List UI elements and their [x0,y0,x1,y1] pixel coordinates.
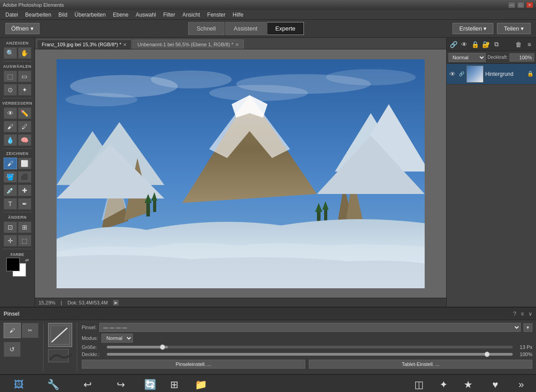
rect-select-tool[interactable]: ▭ [18,70,31,82]
layer-copy-btn[interactable]: ⧉ [492,40,501,49]
menu-datei[interactable]: Datei [2,11,22,19]
erstellen-button[interactable]: Erstellen ▾ [453,23,493,34]
stamp-tool[interactable]: 🖊 [18,121,31,132]
layer-item-background[interactable]: 👁 🔗 Hintergrund 🔒 [447,64,536,84]
magic-select-tool[interactable]: ✦ [18,84,31,96]
pinseleinstell-row: Pinseleinstell. ... Tablet-Einstell. ... [82,360,532,369]
brush-big-btn[interactable] [48,323,72,347]
deckkr-slider[interactable] [107,353,513,356]
bottom-grafiken[interactable]: ★ Grafiken [457,377,481,392]
bottom-wz-optionen[interactable]: 🔧 WZ-Optionen [36,377,70,392]
bottom-ebenen[interactable]: ◫ Ebenen [408,377,430,392]
zoom-tool[interactable]: 🔍 [4,47,17,59]
tab-1-close[interactable]: ✕ [123,42,127,47]
mode-assistent[interactable]: Assistent [225,22,266,35]
brush-help-icon[interactable]: ? [513,311,516,317]
bottom-organizer[interactable]: 📁 Organizer [187,377,214,392]
brush-tool[interactable]: 🖌 [4,158,17,169]
app-title: Adobe Photoshop Elements [3,2,64,8]
eraser-tool[interactable]: ⬜ [18,158,31,169]
blur-tool[interactable]: 💧 [4,134,17,146]
bottom-layout[interactable]: ⊞ Layout [163,377,185,392]
layer-link-btn[interactable]: 🔗 [448,40,458,49]
fill-tool[interactable]: 🪣 [4,171,17,183]
menu-bearbeiten[interactable]: Bearbeiten [22,11,55,19]
menu-auswahl[interactable]: Auswahl [132,11,159,19]
crop-tool[interactable]: ⊡ [4,221,17,233]
minimize-button[interactable]: — [508,2,515,8]
brush-select-row: Pinsel: — — — — ▾ [82,323,532,332]
hand-tool[interactable]: ✋ [18,47,31,59]
groesse-thumb[interactable] [160,344,165,350]
teilen-button[interactable]: Teilen ▾ [497,23,531,34]
marquee-tool[interactable]: ⬚ [4,70,17,82]
mode-schnell[interactable]: Schnell [188,22,224,35]
eyedrop-tool[interactable]: 💉 [4,185,17,196]
brush-selector-area [48,323,72,371]
bottom-fotobereich[interactable]: 🖼 Fotobereich [4,377,35,392]
blend-mode-select[interactable]: Normal [448,53,486,62]
menu-bild[interactable]: Bild [55,11,71,19]
layer-lock2-btn[interactable]: 🔐 [481,40,491,49]
layer-eye-btn[interactable]: 👁 [459,40,469,49]
opacity-input[interactable]: 100% [510,53,534,62]
deckkr-thumb[interactable] [484,352,490,357]
perspective-tool[interactable]: ⬚ [18,235,31,247]
tab-2[interactable]: Unbenannt-1 bei 56,5% (Ebene 1, RGB/8) *… [132,40,243,49]
text2-tool[interactable]: ✒ [18,198,31,210]
offnen-button[interactable]: Öffnen ▾ [5,23,40,34]
status-arrow[interactable]: ▶ [113,300,119,305]
heal-tool[interactable]: ✚ [18,185,31,196]
rect-tool[interactable]: ⬛ [18,171,31,183]
canvas-area: Franz_109.jpg bei 15,3% (RGB/8*) * ✕ Unb… [35,38,446,307]
bottom-mehr[interactable]: » Mehr [510,377,532,392]
move-tool[interactable]: ✛ [4,235,17,247]
brush-name-select[interactable]: — — — — [99,323,521,332]
tab-1[interactable]: Franz_109.jpg bei 15,3% (RGB/8*) * ✕ [37,40,132,49]
layer-lock-btn[interactable]: 🔒 [470,40,480,49]
brush-preset-2[interactable]: ✂ [22,323,39,338]
zeichnen-tools-3: 💉 ✚ [0,184,35,197]
maximize-button[interactable]: □ [517,2,524,8]
mode-experte[interactable]: Experte [267,22,304,35]
menu-hilfe[interactable]: Hilfe [229,11,247,19]
layers-controls: Normal Deckkraft: 100% [447,51,536,64]
menu-ueberarbeiten[interactable]: Überarbeiten [71,11,109,19]
wz-optionen-icon: 🔧 [47,379,59,391]
modus-select[interactable]: Normal [101,334,133,343]
pinseleinstell-btn[interactable]: Pinseleinstell. ... [82,360,305,369]
lasso-tool[interactable]: ⊙ [4,84,17,96]
swap-colors-icon[interactable]: ⇄ [25,258,29,263]
bottom-drehen[interactable]: 🔄 Drehen [139,377,161,392]
bottom-favoriten[interactable]: ♥ Favoriten [482,377,508,392]
layer-menu-btn[interactable]: ≡ [524,40,534,49]
brain-tool[interactable]: 🧠 [18,134,31,146]
brush-expand-icon[interactable]: ∨ [528,311,532,317]
brush-options: Pinsel: — — — — ▾ Modus: Normal Größe: [82,323,532,371]
menu-ebene[interactable]: Ebene [109,11,132,19]
sep1 [3,61,32,62]
brush-preset-1[interactable]: 🖌 [4,323,21,338]
redeye-tool[interactable]: 👁 [4,107,17,119]
menu-filter[interactable]: Filter [160,11,179,19]
text-tool[interactable]: T [4,198,17,210]
brush-dropdown-btn[interactable]: ▾ [523,323,532,332]
layer-visibility-icon[interactable]: 👁 [448,70,457,78]
brush-menu-icon[interactable]: ≡ [521,311,524,317]
tab-2-close[interactable]: ✕ [235,42,239,47]
menu-ansicht[interactable]: Ansicht [179,11,203,19]
fg-color-swatch[interactable] [6,258,20,271]
fix-tool[interactable]: ✏️ [18,107,31,119]
bottom-effekte[interactable]: ✦ Effekte [432,377,455,392]
groesse-slider[interactable] [107,346,513,348]
bottom-rueckgaengig[interactable]: ↩ Rückgängig [72,377,103,392]
clone-tool[interactable]: 🖌 [4,121,17,132]
tableteinstell-btn[interactable]: Tablet-Einstell. ... [309,360,532,369]
layer-delete-btn[interactable]: 🗑 [514,40,523,49]
close-button[interactable]: ✕ [526,2,533,8]
brush-erase-btn[interactable]: ↺ [4,342,21,357]
bottom-wiederholen[interactable]: ↪ Wiederholen [105,377,137,392]
svg-text:ScanDig: ScanDig [70,230,121,247]
menu-fenster[interactable]: Fenster [204,11,229,19]
transform-tool[interactable]: ⊞ [18,221,31,233]
